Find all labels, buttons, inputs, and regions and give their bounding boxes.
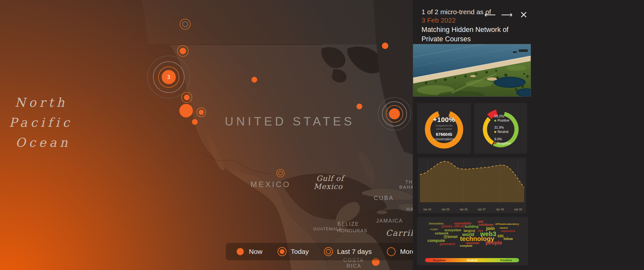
scale-positive-label: Positive <box>500 258 512 262</box>
legend-item-today[interactable]: Today <box>277 246 309 257</box>
scale-negative-label: Negative <box>433 258 446 262</box>
cloud-word[interactable]: #AI <box>497 234 504 238</box>
map-marker[interactable] <box>378 97 411 130</box>
svg-text:3: 3 <box>167 75 170 80</box>
cloud-word[interactable]: people <box>486 240 502 246</box>
map-marker[interactable] <box>192 119 198 125</box>
last7-marker-icon <box>323 246 334 257</box>
panel-header: 1 of 2 micro-trend as of 3 Feb 2022 ⟵ ⟶ … <box>413 0 644 25</box>
legend-item-last7[interactable]: Last 7 days <box>323 246 372 257</box>
sentiment-card: 59.2%Positive31.9%Neutral9.0%Negative <box>474 103 527 154</box>
trend-title: Matching Hidden Network of Private Cours… <box>421 25 529 44</box>
x-tick-label: Apr 28 <box>496 208 504 211</box>
older-marker-icon <box>386 246 397 257</box>
x-tick-label: Apr 24 <box>423 208 431 211</box>
map-legend: NowTodayLast 7 daysMore than 7 days ago <box>226 243 419 260</box>
cloud-word[interactable]: crypto <box>430 228 438 231</box>
volume-donut-chart <box>420 104 468 153</box>
map-marker[interactable] <box>179 104 193 117</box>
conversation-volume-card: +100% Compared to the previous period 67… <box>417 103 471 154</box>
map-marker[interactable] <box>177 45 188 56</box>
cloud-word[interactable]: complete <box>460 244 473 247</box>
legend-label: Last 7 days <box>337 248 372 255</box>
map-marker[interactable] <box>277 169 284 177</box>
volume-timeline-card: Apr 24Apr 25Apr 26Apr 27Apr 28Apr 29 <box>418 158 526 213</box>
legend-label: Now <box>249 248 262 255</box>
map-marker[interactable] <box>197 108 206 117</box>
map-marker[interactable] <box>356 104 362 109</box>
x-tick-label: Apr 27 <box>478 208 486 211</box>
cloud-word[interactable]: join <box>486 225 495 231</box>
close-panel-button[interactable]: × <box>520 10 528 19</box>
volume-area-chart <box>418 158 526 213</box>
map-marker[interactable] <box>382 43 388 49</box>
cloud-word[interactable]: building <box>465 225 478 228</box>
prev-trend-button[interactable]: ⟵ <box>484 11 496 19</box>
word-cloud-card: innovationunavailableshitcontinues@Param… <box>417 217 528 265</box>
sentiment-donut-chart <box>477 104 525 153</box>
cloud-word[interactable]: expensive <box>501 229 515 233</box>
cloud-word[interactable]: generated <box>440 242 455 245</box>
cloud-word[interactable]: @ionet_official <box>441 225 464 228</box>
cloud-word[interactable]: @ParamLaboratory <box>495 223 519 225</box>
golf-course-photo-illustration <box>413 44 531 97</box>
map-marker[interactable] <box>251 77 257 83</box>
legend-label: Today <box>291 248 309 255</box>
legend-item-now[interactable]: Now <box>235 246 262 257</box>
micro-trend-panel: 1 of 2 micro-trend as of 3 Feb 2022 ⟵ ⟶ … <box>413 0 644 270</box>
map-marker-cluster[interactable]: 3 <box>147 56 190 98</box>
map-marker[interactable] <box>180 19 190 29</box>
cloud-word[interactable]: market <box>499 226 508 229</box>
sentiment-scale-bar: Negative Neutral Positive <box>425 258 519 262</box>
cloud-word[interactable]: follow <box>504 237 513 241</box>
next-trend-button[interactable]: ⟶ <box>501 11 513 19</box>
x-tick-label: Apr 26 <box>459 208 468 211</box>
trend-photo <box>413 44 531 97</box>
word-cloud: innovationunavailableshitcontinues@Param… <box>417 217 528 254</box>
trend-counter: 1 of 2 micro-trend as of <box>421 8 644 16</box>
trend-date: 3 Feb 2022 <box>421 16 644 25</box>
x-tick-label: Apr 29 <box>514 208 522 211</box>
x-tick-label: Apr 25 <box>441 208 450 211</box>
today-marker-icon <box>277 246 288 257</box>
now-marker-icon <box>235 246 246 257</box>
scale-neutral-label: Neutral <box>467 258 478 262</box>
map-marker[interactable] <box>182 92 192 103</box>
cloud-word[interactable]: @ionet <box>443 234 458 239</box>
